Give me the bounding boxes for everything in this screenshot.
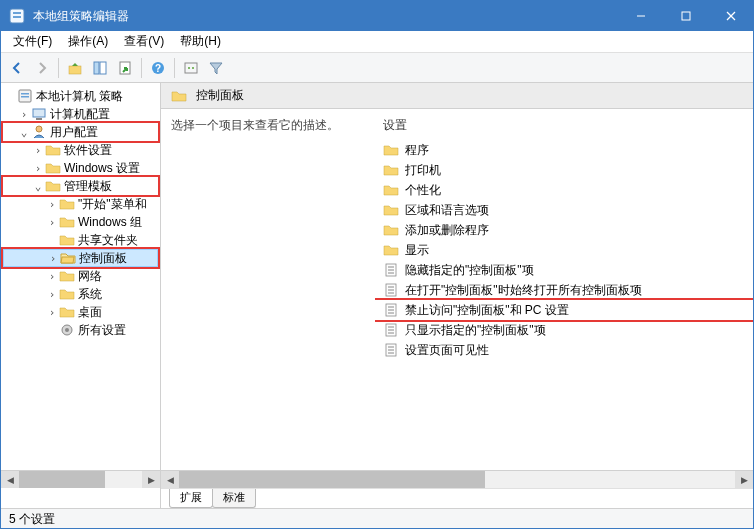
- horizontal-scrollbar[interactable]: ◀ ▶: [161, 470, 753, 488]
- settings-list[interactable]: 设置 程序 打印机 个性化 区域和语言选项 添加或删除程序 显示 隐藏指定的"控…: [375, 109, 753, 470]
- scroll-thumb[interactable]: [19, 471, 105, 488]
- setting-hide-items[interactable]: 隐藏指定的"控制面板"项: [375, 260, 753, 280]
- scroll-right-button[interactable]: ▶: [735, 471, 753, 488]
- menu-view[interactable]: 查看(V): [116, 31, 172, 52]
- setting-show-only[interactable]: 只显示指定的"控制面板"项: [375, 320, 753, 340]
- scroll-thumb[interactable]: [179, 471, 485, 488]
- setting-programs[interactable]: 程序: [375, 140, 753, 160]
- tree-windows-settings[interactable]: › Windows 设置: [3, 159, 158, 177]
- setting-personalization[interactable]: 个性化: [375, 180, 753, 200]
- menu-action[interactable]: 操作(A): [60, 31, 116, 52]
- forward-button[interactable]: [30, 56, 54, 80]
- filter-button[interactable]: [204, 56, 228, 80]
- tree-system[interactable]: › 系统: [3, 285, 158, 303]
- tree-desktop[interactable]: › 桌面: [3, 303, 158, 321]
- tree-control-panel[interactable]: › 控制面板: [3, 249, 158, 267]
- setting-add-remove[interactable]: 添加或删除程序: [375, 220, 753, 240]
- tree-windows-components[interactable]: › Windows 组: [3, 213, 158, 231]
- tree-label: 计算机配置: [50, 106, 110, 123]
- detail-title: 控制面板: [196, 87, 244, 104]
- maximize-button[interactable]: [663, 1, 708, 31]
- folder-icon: [383, 162, 399, 178]
- back-button[interactable]: [5, 56, 29, 80]
- expand-icon[interactable]: ›: [31, 162, 45, 175]
- tree-user-config[interactable]: ⌄ 用户配置: [3, 123, 158, 141]
- setting-label: 设置页面可见性: [405, 342, 489, 359]
- titlebar: 本地组策略编辑器: [1, 1, 753, 31]
- expand-icon[interactable]: ›: [31, 144, 45, 157]
- tree-start-menu[interactable]: › "开始"菜单和: [3, 195, 158, 213]
- setting-page-visibility[interactable]: 设置页面可见性: [375, 340, 753, 360]
- menu-help[interactable]: 帮助(H): [172, 31, 229, 52]
- close-button[interactable]: [708, 1, 753, 31]
- scroll-track[interactable]: [19, 471, 142, 488]
- tree-software-settings[interactable]: › 软件设置: [3, 141, 158, 159]
- show-hide-tree-button[interactable]: [88, 56, 112, 80]
- setting-label: 禁止访问"控制面板"和 PC 设置: [405, 302, 569, 319]
- folder-icon: [45, 160, 61, 176]
- setting-label: 个性化: [405, 182, 441, 199]
- folder-icon: [383, 202, 399, 218]
- svg-rect-19: [33, 109, 45, 117]
- collapse-icon[interactable]: ⌄: [17, 126, 31, 139]
- tree-network[interactable]: › 网络: [3, 267, 158, 285]
- window-controls: [618, 1, 753, 31]
- setting-display[interactable]: 显示: [375, 240, 753, 260]
- up-button[interactable]: [63, 56, 87, 80]
- user-icon: [31, 124, 47, 140]
- collapse-icon[interactable]: ⌄: [31, 180, 45, 193]
- tree-label: 软件设置: [64, 142, 112, 159]
- folder-icon: [59, 268, 75, 284]
- tree-label: 桌面: [78, 304, 102, 321]
- expand-icon[interactable]: ›: [45, 306, 59, 319]
- expand-icon[interactable]: ›: [17, 108, 31, 121]
- detail-header: 控制面板: [161, 83, 753, 109]
- expand-icon[interactable]: ›: [45, 270, 59, 283]
- tree-computer-config[interactable]: › 计算机配置: [3, 105, 158, 123]
- window-title: 本地组策略编辑器: [33, 8, 618, 25]
- folder-icon: [45, 178, 61, 194]
- scroll-track[interactable]: [179, 471, 735, 488]
- tree-label: 网络: [78, 268, 102, 285]
- tree-label: 系统: [78, 286, 102, 303]
- setting-label: 打印机: [405, 162, 441, 179]
- setting-label: 在打开"控制面板"时始终打开所有控制面板项: [405, 282, 642, 299]
- expand-icon[interactable]: ›: [45, 288, 59, 301]
- tree-pane[interactable]: 本地计算机 策略 › 计算机配置 ⌄ 用户配置 › 软件设置 › Windows…: [1, 83, 161, 508]
- policy-icon: [383, 342, 399, 358]
- scroll-left-button[interactable]: ◀: [161, 471, 179, 488]
- setting-region-language[interactable]: 区域和语言选项: [375, 200, 753, 220]
- scroll-right-button[interactable]: ▶: [142, 471, 160, 488]
- setting-always-open-all[interactable]: 在打开"控制面板"时始终打开所有控制面板项: [375, 280, 753, 300]
- settings-column-header[interactable]: 设置: [375, 115, 753, 140]
- minimize-button[interactable]: [618, 1, 663, 31]
- folder-icon: [383, 142, 399, 158]
- tree-all-settings[interactable]: 所有设置: [3, 321, 158, 339]
- options-button[interactable]: [179, 56, 203, 80]
- expand-icon[interactable]: ›: [45, 216, 59, 229]
- scroll-left-button[interactable]: ◀: [1, 471, 19, 488]
- policy-icon: [383, 322, 399, 338]
- setting-label: 只显示指定的"控制面板"项: [405, 322, 546, 339]
- tree-admin-templates[interactable]: ⌄ 管理模板: [3, 177, 158, 195]
- tree-horizontal-scrollbar[interactable]: ◀ ▶: [1, 470, 161, 488]
- folder-open-icon: [60, 250, 76, 266]
- tree-label: "开始"菜单和: [78, 196, 147, 213]
- expand-icon[interactable]: ›: [46, 252, 60, 265]
- tree-root[interactable]: 本地计算机 策略: [3, 87, 158, 105]
- svg-point-23: [65, 328, 69, 332]
- app-icon: [9, 8, 25, 24]
- setting-prohibit-access[interactable]: 禁止访问"控制面板"和 PC 设置: [375, 300, 753, 320]
- export-list-button[interactable]: [113, 56, 137, 80]
- expand-icon[interactable]: ›: [45, 198, 59, 211]
- help-button[interactable]: ?: [146, 56, 170, 80]
- setting-printers[interactable]: 打印机: [375, 160, 753, 180]
- content-area: 本地计算机 策略 › 计算机配置 ⌄ 用户配置 › 软件设置 › Windows…: [1, 83, 753, 508]
- toolbar-separator: [58, 58, 59, 78]
- tab-extended[interactable]: 扩展: [169, 489, 213, 508]
- svg-rect-7: [69, 66, 81, 74]
- tree-shared-folders[interactable]: 共享文件夹: [3, 231, 158, 249]
- tab-standard[interactable]: 标准: [212, 489, 256, 508]
- menu-file[interactable]: 文件(F): [5, 31, 60, 52]
- description-pane: 选择一个项目来查看它的描述。: [161, 109, 375, 470]
